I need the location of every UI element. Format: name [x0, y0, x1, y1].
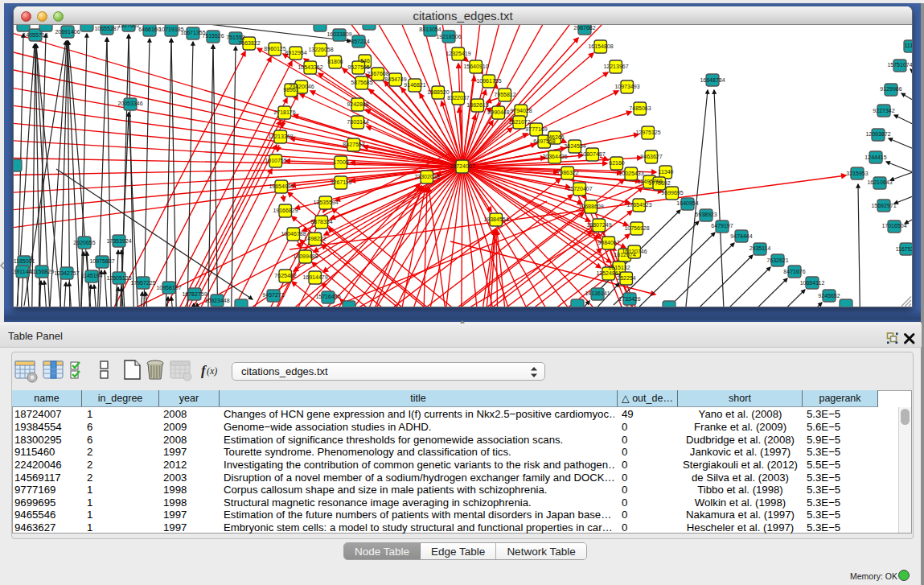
- svg-text:252254: 252254: [617, 275, 635, 281]
- svg-text:10958107: 10958107: [156, 285, 181, 290]
- svg-text:10975887: 10975887: [89, 258, 114, 264]
- svg-text:8813054: 8813054: [419, 27, 441, 32]
- svg-text:11340: 11340: [659, 169, 674, 175]
- svg-text:15716485: 15716485: [315, 294, 340, 299]
- svg-text:7955812: 7955812: [494, 92, 515, 97]
- svg-text:10923448: 10923448: [204, 298, 229, 303]
- svg-text:1112: 1112: [905, 43, 912, 48]
- svg-text:751552: 751552: [226, 35, 244, 40]
- svg-text:18724007: 18724007: [450, 163, 474, 169]
- svg-text:10543362: 10543362: [298, 64, 322, 70]
- svg-text:98961: 98961: [283, 87, 299, 93]
- svg-text:7515526: 7515526: [202, 33, 224, 39]
- svg-text:1615132: 1615132: [608, 265, 630, 270]
- svg-text:12213369: 12213369: [268, 134, 293, 139]
- svg-text:16154808: 16154808: [588, 43, 613, 49]
- svg-text:9129966: 9129966: [880, 86, 901, 92]
- svg-text:10961755: 10961755: [476, 78, 501, 84]
- svg-text:6479197: 6479197: [711, 223, 733, 229]
- svg-text:19654985: 19654985: [269, 183, 294, 189]
- svg-text:16210643: 16210643: [867, 179, 892, 185]
- svg-text:9527505: 9527505: [347, 64, 369, 70]
- svg-text:16782759: 16782759: [182, 291, 207, 297]
- svg-text:8912954: 8912954: [285, 50, 306, 56]
- svg-text:1498222: 1498222: [304, 236, 326, 241]
- svg-text:10046788: 10046788: [281, 231, 306, 237]
- svg-text:17353924: 17353924: [106, 238, 131, 244]
- svg-text:20053346: 20053346: [117, 101, 142, 106]
- svg-text:6466160: 6466160: [138, 27, 160, 32]
- svg-text:17016504: 17016504: [881, 223, 906, 229]
- svg-text:17008: 17008: [333, 159, 349, 165]
- svg-text:1167533: 1167533: [896, 246, 912, 252]
- svg-text:746266: 746266: [545, 134, 564, 140]
- svg-text:15640910: 15640910: [463, 64, 488, 69]
- svg-text:13535594: 13535594: [313, 200, 338, 205]
- svg-text:8960125: 8960125: [264, 46, 285, 51]
- svg-text:5875685: 5875685: [351, 80, 372, 85]
- svg-text:12505135: 12505135: [106, 275, 131, 281]
- svg-text:546: 546: [360, 58, 370, 64]
- svg-text:1010755: 1010755: [265, 158, 286, 163]
- svg-text:7986322: 7986322: [556, 170, 578, 175]
- svg-text:2087682: 2087682: [573, 25, 595, 31]
- svg-text:10973493: 10973493: [614, 84, 639, 89]
- svg-text:14099488: 14099488: [293, 253, 318, 259]
- svg-text:1775692: 1775692: [648, 180, 670, 186]
- svg-text:1527602: 1527602: [117, 25, 139, 28]
- svg-text:2020655: 2020655: [73, 240, 95, 245]
- svg-text:23302035: 23302035: [414, 174, 439, 179]
- svg-text:9084067: 9084067: [598, 240, 619, 245]
- svg-text:19384554: 19384554: [483, 216, 508, 222]
- svg-text:3624554: 3624554: [564, 143, 585, 149]
- svg-text:15751074: 15751074: [887, 62, 912, 68]
- svg-text:15720407: 15720407: [567, 186, 592, 192]
- svg-text:1588520: 1588520: [427, 89, 449, 95]
- svg-text:7485063: 7485063: [629, 105, 651, 111]
- svg-text:20364436: 20364436: [542, 154, 567, 159]
- svg-text:1244415: 1244415: [864, 154, 886, 160]
- svg-text:62160: 62160: [609, 160, 625, 166]
- svg-text:11156829: 11156829: [30, 269, 54, 274]
- svg-text:13226058: 13226058: [308, 47, 333, 52]
- svg-text:8454749: 8454749: [384, 76, 406, 82]
- svg-text:16648784: 16648784: [700, 77, 725, 83]
- svg-text:7663822: 7663822: [238, 40, 260, 46]
- svg-text:8427552: 8427552: [343, 142, 364, 147]
- svg-text:7857224: 7857224: [347, 39, 369, 44]
- svg-text:19218506: 19218506: [436, 34, 461, 39]
- svg-text:10807487: 10807487: [580, 151, 605, 157]
- svg-text:17957225: 17957225: [130, 280, 155, 286]
- svg-text:5938923: 5938923: [695, 212, 717, 217]
- svg-text:14136141: 14136141: [585, 290, 610, 296]
- svg-text:1640954: 1640954: [676, 200, 698, 206]
- svg-text:10756928: 10756928: [624, 225, 649, 231]
- svg-text:1362615: 1362615: [466, 102, 488, 108]
- svg-text:14055714: 14055714: [23, 32, 47, 38]
- svg-text:8878334: 8878334: [310, 219, 332, 225]
- svg-text:7803144: 7803144: [347, 119, 368, 125]
- svg-text:3215953: 3215953: [846, 171, 868, 176]
- svg-text:12213967: 12213967: [603, 64, 628, 69]
- svg-text:19166829: 19166829: [273, 208, 298, 213]
- svg-text:2367608: 2367608: [367, 71, 388, 76]
- svg-text:(x): (x): [207, 365, 217, 377]
- svg-text:1185001: 1185001: [14, 258, 35, 264]
- svg-text:9242848: 9242848: [347, 101, 368, 107]
- svg-text:1733426: 1733426: [618, 296, 640, 302]
- svg-text:2935114: 2935114: [749, 245, 771, 251]
- svg-text:9245652: 9245652: [818, 293, 840, 299]
- svg-text:9474444: 9474444: [730, 233, 752, 239]
- svg-text:18807249: 18807249: [586, 222, 611, 228]
- svg-text:8471676: 8471676: [783, 269, 805, 274]
- svg-text:17654923: 17654923: [626, 202, 651, 208]
- svg-text:9227342: 9227342: [873, 108, 894, 113]
- svg-text:9794028: 9794028: [510, 108, 532, 113]
- svg-text:81806: 81806: [327, 59, 343, 64]
- svg-text:16120746: 16120746: [622, 249, 647, 254]
- svg-text:8322037: 8322037: [447, 95, 469, 101]
- svg-text:20691406: 20691406: [55, 29, 80, 35]
- svg-text:3267115: 3267115: [331, 179, 352, 185]
- svg-text:2718176: 2718176: [273, 109, 295, 115]
- svg-text:9777169: 9777169: [525, 126, 547, 132]
